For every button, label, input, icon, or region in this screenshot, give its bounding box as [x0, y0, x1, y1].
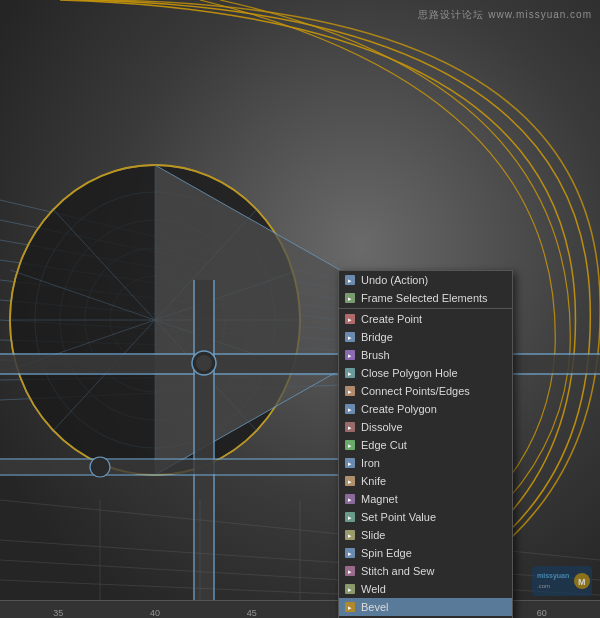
menu-item-set_point[interactable]: ▸Set Point Value: [339, 508, 512, 526]
menu-item-spin_edge[interactable]: ▸Spin Edge: [339, 544, 512, 562]
svg-text:▸: ▸: [348, 550, 352, 557]
connect-icon: ▸: [343, 384, 357, 398]
menu-separator: [339, 308, 512, 309]
logo-watermark: missyuan .com M: [532, 566, 592, 596]
menu-item-stitch[interactable]: ▸Stitch and Sew: [339, 562, 512, 580]
undo-icon: ▸: [343, 273, 357, 287]
menu-item-weld-label: Weld: [361, 583, 386, 595]
menu-item-create_point-label: Create Point: [361, 313, 422, 325]
svg-point-37: [90, 457, 110, 477]
svg-text:M: M: [578, 577, 586, 587]
menu-item-undo-label: Undo (Action): [361, 274, 428, 286]
menu-item-stitch-label: Stitch and Sew: [361, 565, 434, 577]
svg-text:▸: ▸: [348, 370, 352, 377]
svg-rect-34: [0, 460, 340, 474]
watermark: 思路设计论坛 www.missyuan.com: [418, 8, 592, 22]
menu-item-undo[interactable]: ▸Undo (Action): [339, 271, 512, 289]
svg-rect-31: [213, 280, 215, 600]
svg-text:▸: ▸: [348, 460, 352, 467]
svg-text:▸: ▸: [348, 334, 352, 341]
spin-icon: ▸: [343, 546, 357, 560]
bridge-icon: ▸: [343, 330, 357, 344]
svg-text:▸: ▸: [348, 532, 352, 539]
menu-item-bridge-label: Bridge: [361, 331, 393, 343]
svg-text:▸: ▸: [348, 277, 352, 284]
frame-icon: ▸: [343, 291, 357, 305]
slide-icon: ▸: [343, 528, 357, 542]
svg-text:missyuan: missyuan: [537, 572, 569, 580]
menu-item-spin_edge-label: Spin Edge: [361, 547, 412, 559]
menu-item-connect-label: Connect Points/Edges: [361, 385, 470, 397]
menu-item-magnet[interactable]: ▸Magnet: [339, 490, 512, 508]
svg-text:▸: ▸: [348, 496, 352, 503]
menu-item-brush-label: Brush: [361, 349, 390, 361]
menu-item-weld[interactable]: ▸Weld: [339, 580, 512, 598]
menu-item-brush[interactable]: ▸Brush: [339, 346, 512, 364]
iron-icon: ▸: [343, 456, 357, 470]
svg-text:▸: ▸: [348, 352, 352, 359]
point-icon: ▸: [343, 312, 357, 326]
svg-text:▸: ▸: [348, 388, 352, 395]
ruler-mark: 45: [203, 608, 300, 618]
svg-text:▸: ▸: [348, 295, 352, 302]
3d-viewport: 思路设计论坛 www.missyuan.com ▸Undo (Action)▸F…: [0, 0, 600, 618]
menu-item-connect[interactable]: ▸Connect Points/Edges: [339, 382, 512, 400]
svg-point-33: [196, 355, 212, 371]
menu-item-magnet-label: Magnet: [361, 493, 398, 505]
menu-item-frame[interactable]: ▸Frame Selected Elements: [339, 289, 512, 307]
svg-text:▸: ▸: [348, 406, 352, 413]
menu-item-dissolve[interactable]: ▸Dissolve: [339, 418, 512, 436]
ruler-mark: 35: [10, 608, 107, 618]
svg-rect-35: [0, 458, 340, 460]
svg-text:▸: ▸: [348, 478, 352, 485]
svg-text:▸: ▸: [348, 514, 352, 521]
menu-item-edge_cut-label: Edge Cut: [361, 439, 407, 451]
ruler-mark: 40: [107, 608, 204, 618]
brush-icon: ▸: [343, 348, 357, 362]
menu-item-frame-label: Frame Selected Elements: [361, 292, 488, 304]
menu-item-bevel[interactable]: ▸Bevel: [339, 598, 512, 616]
menu-item-slide[interactable]: ▸Slide: [339, 526, 512, 544]
menu-item-knife[interactable]: ▸Knife: [339, 472, 512, 490]
menu-item-slide-label: Slide: [361, 529, 385, 541]
svg-text:▸: ▸: [348, 442, 352, 449]
menu-item-close_polygon-label: Close Polygon Hole: [361, 367, 458, 379]
menu-item-bevel-label: Bevel: [361, 601, 389, 613]
svg-rect-30: [193, 280, 195, 600]
bevel-icon: ▸: [343, 600, 357, 614]
menu-item-iron[interactable]: ▸Iron: [339, 454, 512, 472]
dissolve-icon: ▸: [343, 420, 357, 434]
menu-item-create_polygon[interactable]: ▸Create Polygon: [339, 400, 512, 418]
svg-text:▸: ▸: [348, 424, 352, 431]
magnet-icon: ▸: [343, 492, 357, 506]
menu-item-edge_cut[interactable]: ▸Edge Cut: [339, 436, 512, 454]
svg-rect-29: [195, 280, 213, 600]
menu-item-create_point[interactable]: ▸Create Point: [339, 310, 512, 328]
stitch-icon: ▸: [343, 564, 357, 578]
menu-item-set_point-label: Set Point Value: [361, 511, 436, 523]
menu-item-close_polygon[interactable]: ▸Close Polygon Hole: [339, 364, 512, 382]
menu-item-bridge[interactable]: ▸Bridge: [339, 328, 512, 346]
menu-item-create_polygon-label: Create Polygon: [361, 403, 437, 415]
menu-item-knife-label: Knife: [361, 475, 386, 487]
svg-rect-36: [0, 474, 340, 476]
set_point-icon: ▸: [343, 510, 357, 524]
menu-item-dissolve-label: Dissolve: [361, 421, 403, 433]
svg-text:▸: ▸: [348, 316, 352, 323]
weld-icon: ▸: [343, 582, 357, 596]
svg-text:▸: ▸: [348, 568, 352, 575]
polygon-icon: ▸: [343, 402, 357, 416]
close-icon: ▸: [343, 366, 357, 380]
svg-text:.com: .com: [537, 583, 550, 589]
edge_cut-icon: ▸: [343, 438, 357, 452]
svg-text:▸: ▸: [348, 604, 352, 611]
svg-text:▸: ▸: [348, 586, 352, 593]
context-menu: ▸Undo (Action)▸Frame Selected Elements▸C…: [338, 270, 513, 618]
menu-item-iron-label: Iron: [361, 457, 380, 469]
knife-icon: ▸: [343, 474, 357, 488]
